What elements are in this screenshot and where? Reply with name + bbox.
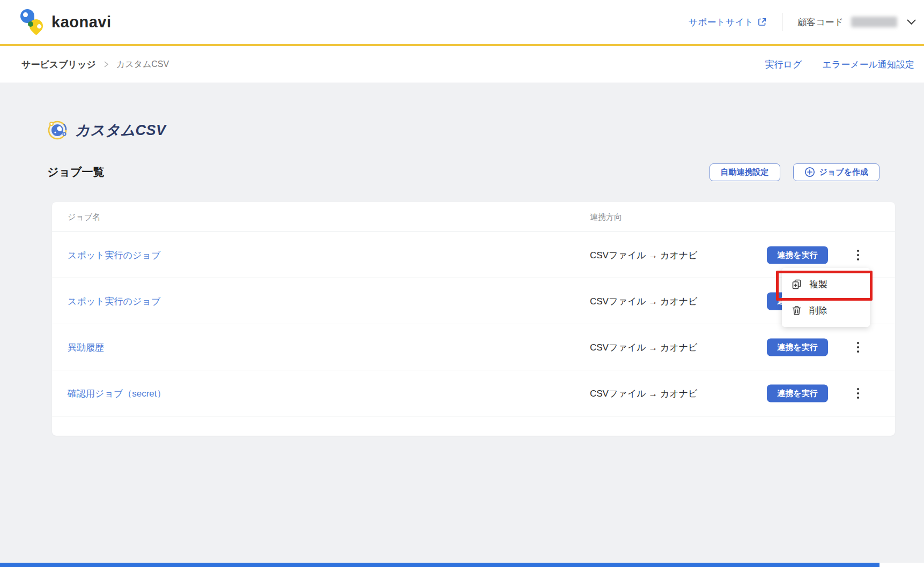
duplicate-icon	[791, 279, 802, 290]
app-header: kaonavi サポートサイト 顧客コード	[0, 0, 924, 46]
run-log-link[interactable]: 実行ログ	[765, 58, 802, 71]
job-name-link[interactable]: 異動履歴	[68, 341, 104, 353]
auto-link-settings-button[interactable]: 自動連携設定	[709, 163, 780, 181]
kaonavi-logo-icon	[19, 8, 46, 36]
delete-label: 削除	[809, 304, 827, 317]
kebab-menu-icon[interactable]	[849, 383, 867, 404]
breadcrumb: サービスブリッジ カスタムCSV	[21, 58, 169, 71]
error-mail-settings-link[interactable]: エラーメール通知設定	[822, 58, 914, 71]
kebab-menu-icon[interactable]	[849, 244, 867, 266]
kaonavi-logo[interactable]: kaonavi	[19, 8, 112, 36]
header-divider	[782, 13, 782, 31]
job-name-link[interactable]: スポット実行のジョブ	[68, 249, 160, 261]
menu-item-delete[interactable]: 削除	[782, 297, 870, 324]
direction-text: CSVファイル → カオナビ	[590, 295, 698, 307]
page-title-text: カスタムCSV	[75, 121, 166, 140]
breadcrumb-bar: サービスブリッジ カスタムCSV 実行ログ エラーメール通知設定	[0, 46, 924, 83]
column-header-direction: 連携方向	[590, 212, 622, 222]
column-header-job-name: ジョブ名	[68, 212, 100, 222]
table-row: 異動履歴 CSVファイル → カオナビ 連携を実行	[52, 324, 895, 370]
footer-bar	[0, 563, 879, 567]
job-name-link[interactable]: スポット実行のジョブ	[68, 295, 160, 307]
customer-code-redacted	[851, 17, 897, 27]
page-title: カスタムCSV	[46, 119, 166, 141]
job-list-heading: ジョブ一覧	[47, 165, 104, 180]
kebab-menu-icon[interactable]	[849, 337, 867, 358]
run-link-button[interactable]: 連携を実行	[767, 338, 828, 356]
table-row: スポット実行のジョブ CSVファイル → カオナビ 連携を実行	[52, 232, 895, 278]
plus-circle-icon	[804, 167, 815, 177]
breadcrumb-service-bridge[interactable]: サービスブリッジ	[21, 58, 96, 71]
subnav: 実行ログ エラーメール通知設定	[765, 58, 914, 71]
job-table-card: ジョブ名 連携方向 スポット実行のジョブ CSVファイル → カオナビ 連携を実…	[52, 202, 895, 436]
create-job-button[interactable]: ジョブを作成	[793, 163, 879, 181]
row-context-menu: 複製 削除	[782, 268, 870, 327]
breadcrumb-current: カスタムCSV	[116, 59, 169, 70]
run-link-button[interactable]: 連携を実行	[767, 384, 828, 402]
support-site-link[interactable]: サポートサイト	[689, 16, 767, 28]
chevron-down-icon	[907, 19, 916, 25]
auto-link-settings-label: 自動連携設定	[721, 167, 769, 177]
support-site-label: サポートサイト	[689, 16, 753, 28]
direction-text: CSVファイル → カオナビ	[590, 249, 698, 261]
breadcrumb-separator-icon	[103, 61, 109, 68]
table-header-row: ジョブ名 連携方向	[52, 202, 895, 232]
direction-text: CSVファイル → カオナビ	[590, 387, 698, 399]
table-row: 確認用ジョブ（secret） CSVファイル → カオナビ 連携を実行	[52, 370, 895, 416]
table-row: スポット実行のジョブ CSVファイル → カオナビ 連携を実行	[52, 278, 895, 324]
direction-text: CSVファイル → カオナビ	[590, 341, 698, 353]
job-name-link[interactable]: 確認用ジョブ（secret）	[68, 387, 166, 399]
duplicate-label: 複製	[809, 278, 827, 290]
create-job-label: ジョブを作成	[819, 167, 868, 177]
menu-item-duplicate[interactable]: 複製	[782, 271, 870, 297]
customer-code-dropdown[interactable]: 顧客コード	[797, 16, 916, 28]
customer-code-label: 顧客コード	[797, 16, 844, 28]
external-link-icon	[757, 17, 767, 27]
custom-csv-icon	[46, 119, 69, 141]
run-link-button[interactable]: 連携を実行	[767, 246, 828, 264]
trash-icon	[791, 305, 802, 316]
logo-text: kaonavi	[51, 13, 112, 31]
